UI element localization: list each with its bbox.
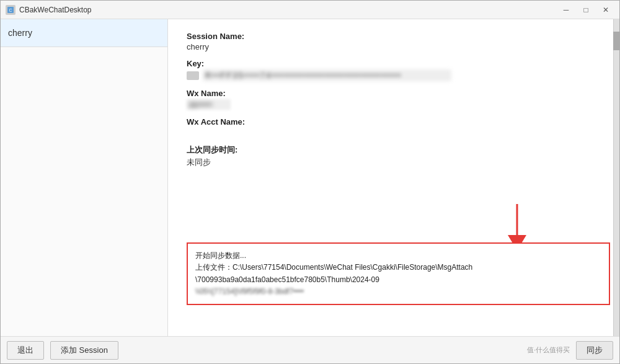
log-area-wrapper: 开始同步数据... 上传文件：C:\Users\77154\Documents\… <box>187 242 610 305</box>
last-sync-section: 上次同步时间: 未同步 <box>187 144 601 168</box>
window-title: CBakWeChatDesktop <box>19 6 92 14</box>
last-sync-label: 上次同步时间: <box>187 144 601 156</box>
sync-button[interactable]: 同步 <box>576 341 613 360</box>
main-content: cherry Session Name: cherry Key: R••FF35… <box>1 19 619 336</box>
wx-name-label: Wx Name: <box>187 89 601 98</box>
session-item-cherry[interactable]: cherry <box>1 19 167 47</box>
svg-text:C: C <box>9 8 12 12</box>
scrollbar-thumb[interactable] <box>613 32 619 50</box>
log-line-4: \\05\\[77154]\\f9f5f9f0-8-3bdf7•••• <box>195 286 601 298</box>
log-line-3: \700993ba9a0da1fa0abec51bfce780b5\Thumb\… <box>195 274 601 286</box>
wx-acct-name-section: Wx Acct Name: <box>187 117 601 137</box>
wx-name-value: de••••• <box>187 99 231 110</box>
log-line-2: 上传文件：C:\Users\77154\Documents\WeChat Fil… <box>195 262 601 273</box>
watermark-text: 值·什么值得买 <box>527 345 570 355</box>
maximize-button[interactable]: □ <box>577 4 595 16</box>
app-icon: C <box>6 5 16 15</box>
log-line-1: 开始同步数据... <box>195 250 601 262</box>
right-panel: Session Name: cherry Key: R••FF35••••74•… <box>168 19 619 336</box>
bottom-bar-right: 值·什么值得买 同步 <box>527 341 613 360</box>
scrollbar[interactable] <box>613 19 619 336</box>
app-window: C CBakWeChatDesktop ─ □ ✕ cherry Session… <box>0 0 620 364</box>
wx-acct-name-label: Wx Acct Name: <box>187 117 601 127</box>
sidebar: cherry <box>1 19 168 336</box>
titlebar-controls: ─ □ ✕ <box>557 4 614 16</box>
key-label: Key: <box>187 59 601 68</box>
exit-button[interactable]: 退出 <box>7 341 44 360</box>
key-section: Key: R••FF35••••74••••••••••••••••••••••… <box>187 59 601 81</box>
log-box: 开始同步数据... 上传文件：C:\Users\77154\Documents\… <box>187 242 610 305</box>
add-session-button[interactable]: 添加 Session <box>50 341 118 360</box>
minimize-button[interactable]: ─ <box>557 4 575 16</box>
last-sync-value: 未同步 <box>187 157 601 168</box>
session-name-label: Session Name: <box>187 32 601 41</box>
session-name-section: Session Name: cherry <box>187 32 601 51</box>
bottom-bar: 退出 添加 Session 值·什么值得买 同步 <box>1 336 619 363</box>
titlebar-left: C CBakWeChatDesktop <box>6 5 92 15</box>
titlebar: C CBakWeChatDesktop ─ □ ✕ <box>1 1 619 19</box>
wx-acct-name-value <box>187 128 601 137</box>
close-button[interactable]: ✕ <box>597 4 614 16</box>
session-name-value: cherry <box>187 42 601 51</box>
key-value: R••FF35••••74•••••••••••••••••••••••••••… <box>187 69 601 81</box>
wx-name-section: Wx Name: de••••• <box>187 89 601 110</box>
